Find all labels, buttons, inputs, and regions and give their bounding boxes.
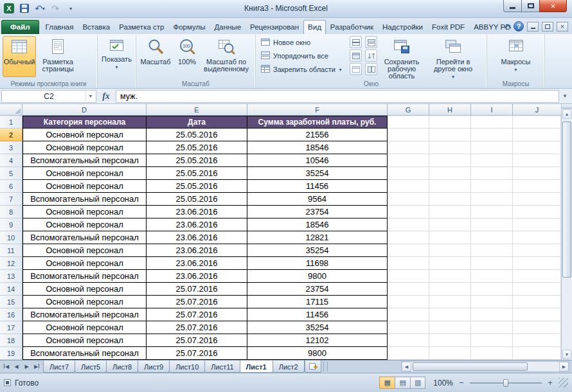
cell-G11[interactable] xyxy=(388,244,429,257)
cell-E18[interactable]: 25.07.2016 xyxy=(147,334,247,347)
ribbon-tab-Разметка стр[interactable]: Разметка стр xyxy=(114,20,168,34)
scroll-up-icon[interactable]: ▲ xyxy=(562,109,571,119)
cell-E5[interactable]: 25.05.2016 xyxy=(147,167,247,180)
cell-G15[interactable] xyxy=(388,296,429,308)
cell-E16[interactable]: 25.07.2016 xyxy=(147,308,247,321)
cell-D16[interactable]: Вспомогательный персонал xyxy=(22,308,147,321)
maximize-button[interactable] xyxy=(522,0,539,12)
name-box[interactable]: C2 ▼ xyxy=(1,90,96,103)
row-header-13[interactable]: 13 xyxy=(0,270,22,283)
cell-G2[interactable] xyxy=(388,129,429,141)
cell-J2[interactable] xyxy=(513,129,561,141)
zoom-slider-thumb[interactable] xyxy=(503,379,508,387)
sheet-tab-Лист9[interactable]: Лист9 xyxy=(138,361,170,373)
cell-J8[interactable] xyxy=(513,206,561,218)
cell-G13[interactable] xyxy=(388,270,429,283)
zoom-to-selection-button[interactable]: Масштаб по выделенному xyxy=(202,36,251,77)
row-header-16[interactable]: 16 xyxy=(0,308,22,321)
cell-E12[interactable]: 23.06.2016 xyxy=(147,257,247,270)
cell-D2[interactable]: Основной персонал xyxy=(22,129,147,141)
cell-H2[interactable] xyxy=(429,129,471,141)
cell-F7[interactable]: 9564 xyxy=(247,193,388,206)
ribbon-tab-Главная[interactable]: Главная xyxy=(41,20,78,34)
row-header-19[interactable]: 19 xyxy=(0,347,22,360)
cell-D7[interactable]: Вспомогательный персонал xyxy=(22,193,147,206)
cell-E9[interactable]: 23.06.2016 xyxy=(147,218,247,231)
cell-F18[interactable]: 12102 xyxy=(247,334,388,347)
cell-I2[interactable] xyxy=(471,129,513,141)
cell-H15[interactable] xyxy=(429,296,471,308)
cell-H11[interactable] xyxy=(429,244,471,257)
synchronous-scrolling-button[interactable] xyxy=(365,49,377,62)
column-header-H[interactable]: H xyxy=(429,104,471,116)
cell-G10[interactable] xyxy=(388,231,429,244)
cell-F3[interactable]: 18546 xyxy=(247,141,388,154)
ribbon-tab-Вид[interactable]: Вид xyxy=(303,20,326,34)
cell-J13[interactable] xyxy=(513,270,561,283)
cell-D4[interactable]: Вспомогательный персонал xyxy=(22,154,147,167)
ribbon-tab-Вставка[interactable]: Вставка xyxy=(78,20,114,34)
cell-G16[interactable] xyxy=(388,308,429,321)
help-icon[interactable]: ? xyxy=(514,21,524,31)
cell-F17[interactable]: 35254 xyxy=(247,321,388,334)
row-header-5[interactable]: 5 xyxy=(0,167,22,180)
cell-J3[interactable] xyxy=(513,141,561,154)
minimize-button[interactable] xyxy=(503,0,522,12)
cell-H18[interactable] xyxy=(429,334,471,347)
ribbon-tab-Формулы[interactable]: Формулы xyxy=(168,20,210,34)
cell-J1[interactable] xyxy=(513,116,561,129)
cell-H13[interactable] xyxy=(429,270,471,283)
cell-D3[interactable]: Основной персонал xyxy=(22,141,147,154)
cell-F2[interactable]: 21556 xyxy=(247,129,388,141)
cell-G3[interactable] xyxy=(388,141,429,154)
previous-sheet-button[interactable]: ◀ xyxy=(12,364,21,370)
workbook-restore-icon[interactable] xyxy=(542,22,553,31)
save-workspace-button[interactable]: Сохранить рабочую область xyxy=(379,36,424,77)
close-button[interactable]: × xyxy=(539,0,567,12)
sheet-tab-Лист2[interactable]: Лист2 xyxy=(273,361,305,373)
horizontal-scrollbar[interactable]: ◀ ▶ xyxy=(401,361,569,372)
cell-G18[interactable] xyxy=(388,334,429,347)
cell-E17[interactable]: 25.07.2016 xyxy=(147,321,247,334)
cell-J6[interactable] xyxy=(513,180,561,193)
hide-window-button[interactable] xyxy=(350,49,362,62)
cell-E11[interactable]: 23.06.2016 xyxy=(147,244,247,257)
row-header-12[interactable]: 12 xyxy=(0,257,22,270)
zoom-out-icon[interactable]: − xyxy=(457,378,466,388)
cell-I7[interactable] xyxy=(471,193,513,206)
cell-H6[interactable] xyxy=(429,180,471,193)
horizontal-scroll-track[interactable] xyxy=(411,362,559,371)
cell-G17[interactable] xyxy=(388,321,429,334)
cell-E7[interactable]: 25.05.2016 xyxy=(147,193,247,206)
row-header-10[interactable]: 10 xyxy=(0,231,22,244)
cell-E8[interactable]: 23.06.2016 xyxy=(147,206,247,218)
view-side-by-side-button[interactable] xyxy=(365,36,377,48)
cell-E6[interactable]: 25.05.2016 xyxy=(147,180,247,193)
cell-F9[interactable]: 18546 xyxy=(247,218,388,231)
cell-I12[interactable] xyxy=(471,257,513,270)
cell-J7[interactable] xyxy=(513,193,561,206)
cell-D5[interactable]: Основной персонал xyxy=(22,167,147,180)
ribbon-tab-Foxit PDF[interactable]: Foxit PDF xyxy=(427,20,469,34)
sheet-tab-Лист1[interactable]: Лист1 xyxy=(240,361,273,373)
cell-G8[interactable] xyxy=(388,206,429,218)
row-header-14[interactable]: 14 xyxy=(0,283,22,296)
cell-I16[interactable] xyxy=(471,308,513,321)
cell-H8[interactable] xyxy=(429,206,471,218)
row-header-15[interactable]: 15 xyxy=(0,296,22,308)
next-sheet-button[interactable]: ▶ xyxy=(22,364,31,370)
row-header-2[interactable]: 2 xyxy=(0,129,22,141)
cell-D11[interactable]: Основной персонал xyxy=(22,244,147,257)
cell-H16[interactable] xyxy=(429,308,471,321)
cell-F4[interactable]: 10546 xyxy=(247,154,388,167)
cell-D8[interactable]: Основной персонал xyxy=(22,206,147,218)
cell-E19[interactable]: 25.07.2016 xyxy=(147,347,247,360)
row-header-3[interactable]: 3 xyxy=(0,141,22,154)
cell-E13[interactable]: 23.06.2016 xyxy=(147,270,247,283)
zoom-in-icon[interactable]: + xyxy=(546,378,555,388)
ribbon-tab-Данные[interactable]: Данные xyxy=(210,20,246,34)
cell-J15[interactable] xyxy=(513,296,561,308)
cell-G14[interactable] xyxy=(388,283,429,296)
last-sheet-button[interactable]: ▶ xyxy=(33,364,41,370)
column-header-G[interactable]: G xyxy=(388,104,429,116)
